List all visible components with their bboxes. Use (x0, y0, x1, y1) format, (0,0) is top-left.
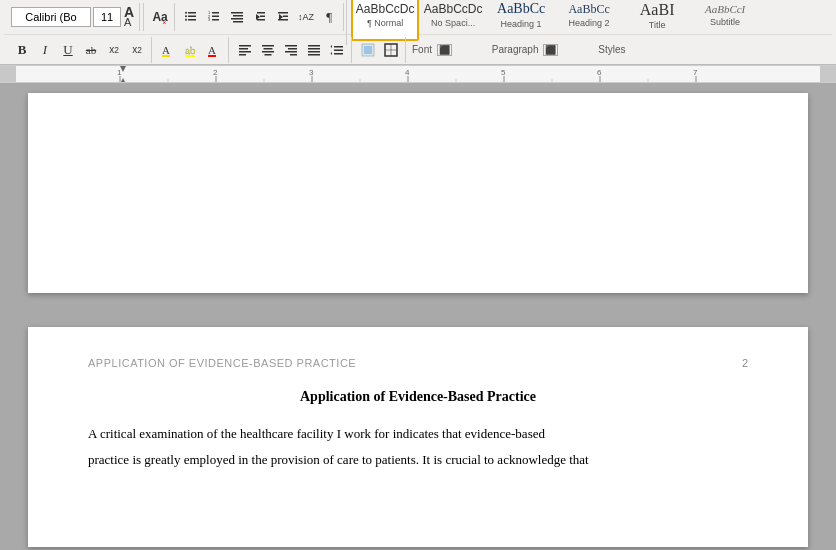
svg-text:6: 6 (597, 68, 602, 77)
svg-rect-44 (308, 51, 320, 53)
page-number: 2 (742, 357, 748, 369)
sort-button[interactable]: ↕AZ (295, 6, 317, 28)
borders-button[interactable] (380, 39, 402, 61)
body-line-2: practice is greatly employed in the prov… (88, 447, 748, 473)
styles-section: AaBbCcDc ¶ Normal AaBbCcDc No Spaci... A… (346, 0, 832, 45)
svg-rect-47 (334, 49, 343, 51)
svg-rect-34 (262, 45, 274, 47)
svg-rect-45 (308, 54, 320, 56)
page-1[interactable] (28, 93, 808, 293)
svg-text:3: 3 (309, 68, 314, 77)
svg-text:4: 4 (405, 68, 410, 77)
svg-rect-37 (265, 54, 272, 56)
style-subtitle[interactable]: AaBbCcI Subtitle (691, 0, 759, 41)
toolbar: A A Aa × 123 (0, 0, 836, 65)
font-size-input[interactable] (93, 7, 121, 27)
style-normal[interactable]: AaBbCcDc ¶ Normal (351, 0, 419, 41)
bullets-button[interactable] (180, 6, 202, 28)
style-subtitle-preview: AaBbCcI (705, 3, 745, 16)
svg-text:A: A (208, 44, 216, 56)
paragraph-expand-icon[interactable]: ⬛ (543, 44, 558, 56)
paragraph-section-label: Paragraph ⬛ (492, 44, 598, 55)
svg-point-3 (185, 12, 187, 14)
subscript-button[interactable]: x2 (103, 39, 125, 61)
svg-text:1: 1 (117, 68, 122, 77)
body-line-1: A critical examination of the healthcare… (88, 421, 748, 447)
superscript-button[interactable]: x2 (126, 39, 148, 61)
ruler-left-margin (0, 66, 16, 82)
italic-button[interactable]: I (34, 39, 56, 61)
svg-rect-40 (285, 51, 297, 53)
ruler-area: 1 2 3 4 5 6 7 (16, 66, 820, 82)
strikethrough-button[interactable]: ab (80, 39, 102, 61)
page-2[interactable]: APPLICATION OF EVIDENCE-BASED PRACTICE 2… (28, 327, 808, 547)
style-h2-preview: AaBbCc (568, 2, 609, 16)
font-name-group: A A (4, 3, 144, 31)
svg-rect-52 (364, 46, 372, 54)
svg-point-5 (185, 19, 187, 21)
justify-button[interactable] (303, 39, 325, 61)
align-center-button[interactable] (257, 39, 279, 61)
style-h1-preview: AaBbCc (497, 1, 545, 18)
svg-text:2: 2 (213, 68, 218, 77)
increase-indent-button[interactable] (272, 6, 294, 28)
numbered-list-button[interactable]: 123 (203, 6, 225, 28)
svg-marker-50 (331, 52, 333, 55)
svg-rect-13 (233, 15, 243, 17)
style-no-spacing[interactable]: AaBbCcDc No Spaci... (419, 0, 487, 41)
ruler: 1 2 3 4 5 6 7 (0, 65, 836, 83)
svg-rect-1 (188, 16, 196, 18)
clear-formatting-button[interactable]: Aa × (149, 6, 171, 28)
align-left-button[interactable] (234, 39, 256, 61)
svg-rect-35 (264, 48, 273, 50)
line-spacing-button[interactable] (326, 39, 348, 61)
style-no-spacing-preview: AaBbCcDc (424, 2, 483, 16)
svg-rect-30 (239, 45, 251, 47)
shading-button[interactable] (357, 39, 379, 61)
alignment-group (231, 37, 352, 63)
text-effects-button[interactable]: A (157, 39, 179, 61)
underline-button[interactable]: U (57, 39, 79, 61)
svg-rect-36 (262, 51, 274, 53)
toolbar-labels: Font ⬛ Paragraph ⬛ Styles (412, 44, 626, 55)
ruler-right-margin (820, 66, 836, 82)
font-expand-icon[interactable]: ⬛ (437, 44, 452, 56)
svg-rect-18 (260, 16, 265, 18)
svg-text:5: 5 (501, 68, 506, 77)
style-normal-label: ¶ Normal (367, 18, 403, 28)
style-title[interactable]: AaBI Title (623, 0, 691, 41)
page-header: APPLICATION OF EVIDENCE-BASED PRACTICE 2 (88, 357, 748, 369)
styles-section-label: Styles (598, 44, 625, 55)
svg-marker-77 (120, 78, 126, 83)
font-section-label: Font ⬛ (412, 44, 492, 55)
bold-button[interactable]: B (11, 39, 33, 61)
decrease-indent-button[interactable] (249, 6, 271, 28)
svg-rect-48 (334, 53, 343, 55)
svg-rect-39 (288, 48, 297, 50)
highlight-button[interactable]: ab (180, 39, 202, 61)
svg-rect-23 (278, 19, 288, 21)
page-separator (0, 303, 836, 317)
svg-rect-32 (239, 51, 251, 53)
bold-italic-group: B I U ab x2 x2 (8, 37, 152, 63)
svg-rect-22 (283, 16, 288, 18)
decrease-font-icon[interactable]: A (123, 17, 135, 27)
svg-rect-25 (162, 55, 170, 57)
svg-rect-17 (257, 12, 265, 14)
style-heading1[interactable]: AaBbCc Heading 1 (487, 0, 555, 41)
font-size-buttons: A A (123, 7, 135, 27)
font-color-button[interactable]: A (203, 39, 225, 61)
style-heading2[interactable]: AaBbCc Heading 2 (555, 0, 623, 41)
multilevel-list-button[interactable] (226, 6, 248, 28)
svg-rect-42 (308, 45, 320, 47)
style-normal-preview: AaBbCcDc (356, 2, 415, 16)
align-right-button[interactable] (280, 39, 302, 61)
font-name-input[interactable] (11, 7, 91, 27)
shading-group (354, 37, 406, 63)
svg-rect-2 (188, 19, 196, 21)
svg-rect-33 (239, 54, 246, 56)
document-title: Application of Evidence-Based Practice (88, 389, 748, 405)
show-formatting-button[interactable]: ¶ (318, 6, 340, 28)
font-name-area: A A (7, 3, 140, 31)
style-title-preview: AaBI (640, 0, 675, 19)
